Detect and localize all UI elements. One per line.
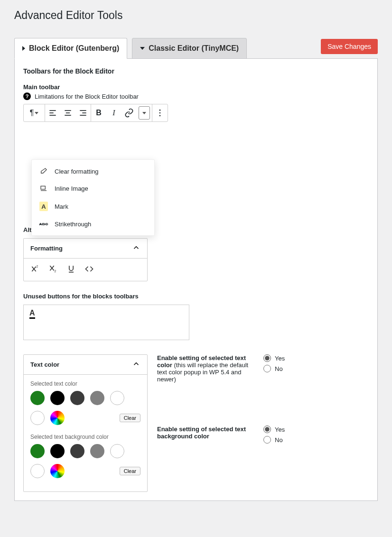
superscript-button[interactable]: 2 xyxy=(30,264,40,275)
underline-button[interactable] xyxy=(66,264,76,275)
text-color-title: Text color xyxy=(30,361,59,368)
svg-point-9 xyxy=(159,110,161,111)
unused-buttons-label: Unused buttons for the blocks toolbars xyxy=(23,293,369,300)
unused-text-color-button[interactable]: A xyxy=(29,309,35,319)
inline-image-icon xyxy=(39,185,48,192)
svg-text:2: 2 xyxy=(37,265,38,268)
radio-no-bg-color[interactable] xyxy=(263,436,271,444)
more-rich-text-dropdown[interactable] xyxy=(139,106,150,120)
tab-panel-block: Toolbars for the Block Editor Main toolb… xyxy=(14,58,378,501)
link-button[interactable] xyxy=(121,104,137,121)
swatch-lightgray[interactable] xyxy=(110,391,124,405)
tab-classic-editor-label: Classic Editor (TinyMCE) xyxy=(149,44,239,53)
dropdown-strike-label: Strikethrough xyxy=(55,221,91,228)
yes-label: Yes xyxy=(275,426,285,433)
more-options-button[interactable] xyxy=(152,104,168,121)
strikethrough-icon: ABC xyxy=(39,222,48,226)
align-right-button[interactable] xyxy=(75,104,91,121)
enable-bg-color-no[interactable]: No xyxy=(263,436,285,444)
enable-text-color-no[interactable]: No xyxy=(263,365,285,372)
italic-button[interactable]: I xyxy=(106,104,121,121)
dropdown-item-inline-image[interactable]: Inline Image xyxy=(32,180,154,197)
bg-swatch-custom-color[interactable] xyxy=(50,464,65,478)
enable-bg-color-yes[interactable]: Yes xyxy=(263,426,285,433)
radio-no-text-color[interactable] xyxy=(263,365,271,372)
swatch-black[interactable] xyxy=(50,391,65,405)
yes-label: Yes xyxy=(275,355,285,362)
bg-swatch-lightgray[interactable] xyxy=(110,444,124,458)
clear-text-color-button[interactable]: Clear xyxy=(120,414,140,422)
dropdown-inline-image-label: Inline Image xyxy=(55,185,88,192)
bg-swatch-darkgray[interactable] xyxy=(70,444,84,458)
help-icon[interactable]: ? xyxy=(23,93,31,100)
subscript-button[interactable]: 2 xyxy=(48,264,58,275)
dropdown-item-mark[interactable]: A Mark xyxy=(32,197,154,216)
radio-yes-text-color[interactable] xyxy=(263,354,271,362)
main-toolbar: ¶ B I xyxy=(23,104,168,122)
tabs: Block Editor (Gutenberg) Classic Editor … xyxy=(14,38,252,59)
bg-swatch-white[interactable] xyxy=(30,464,45,478)
bg-swatch-black[interactable] xyxy=(50,444,65,458)
no-label: No xyxy=(275,436,283,444)
paragraph-button[interactable]: ¶ xyxy=(24,104,45,121)
no-label: No xyxy=(275,365,283,372)
formatting-panel: Formatting 2 2 xyxy=(23,238,148,281)
tab-classic-editor[interactable]: Classic Editor (TinyMCE) xyxy=(132,38,247,59)
align-left-button[interactable] xyxy=(45,104,60,121)
rich-text-dropdown: Clear formatting Inline Image A Mark ABC… xyxy=(31,159,155,236)
toolbars-heading: Toolbars for the Block Editor xyxy=(23,67,369,75)
enable-text-color-label: Enable setting of selected text color (t… xyxy=(157,354,252,383)
text-color-card: Text color Selected text color xyxy=(23,354,148,492)
eraser-icon xyxy=(39,167,48,175)
code-button[interactable] xyxy=(84,264,94,275)
caret-right-icon xyxy=(22,46,25,51)
swatch-darkgray[interactable] xyxy=(70,391,84,405)
bg-swatch-green[interactable] xyxy=(30,444,45,458)
caret-down-icon xyxy=(140,47,145,50)
svg-text:2: 2 xyxy=(55,269,56,273)
bg-swatch-gray[interactable] xyxy=(90,444,104,458)
selected-text-color-label: Selected text color xyxy=(30,380,140,387)
tab-block-editor-label: Block Editor (Gutenberg) xyxy=(29,44,119,53)
enable-bg-color-label: Enable setting of selected text backgrou… xyxy=(157,426,252,440)
svg-point-11 xyxy=(159,115,161,117)
save-changes-button[interactable]: Save Changes xyxy=(321,39,378,54)
svg-point-10 xyxy=(159,112,161,114)
swatch-gray[interactable] xyxy=(90,391,104,405)
selected-bg-color-label: Selected text background color xyxy=(30,434,140,440)
dropdown-mark-label: Mark xyxy=(55,203,68,210)
enable-text-color-yes[interactable]: Yes xyxy=(263,354,285,362)
page-title: Advanced Editor Tools xyxy=(14,5,378,24)
mark-icon: A xyxy=(39,202,48,211)
formatting-label: Formatting xyxy=(30,245,63,252)
swatch-custom-color[interactable] xyxy=(50,411,65,425)
swatch-green[interactable] xyxy=(30,391,45,405)
dropdown-clear-label: Clear formatting xyxy=(55,168,98,175)
align-center-button[interactable] xyxy=(60,104,75,121)
clear-bg-color-button[interactable]: Clear xyxy=(120,467,140,475)
radio-yes-bg-color[interactable] xyxy=(263,426,271,433)
swatch-white[interactable] xyxy=(30,411,45,425)
tab-block-editor[interactable]: Block Editor (Gutenberg) xyxy=(14,38,127,59)
svg-rect-12 xyxy=(41,186,45,189)
main-toolbar-label: Main toolbar xyxy=(23,83,369,91)
chevron-up-icon[interactable] xyxy=(132,360,140,370)
dropdown-item-clear-formatting[interactable]: Clear formatting xyxy=(32,163,154,180)
bold-button[interactable]: B xyxy=(91,104,106,121)
dropdown-item-strikethrough[interactable]: ABC Strikethrough xyxy=(32,216,154,232)
limitations-text: Limitations for the Block Editor toolbar xyxy=(35,93,139,100)
unused-buttons-box[interactable]: A xyxy=(23,305,189,340)
chevron-up-icon[interactable] xyxy=(132,243,140,253)
